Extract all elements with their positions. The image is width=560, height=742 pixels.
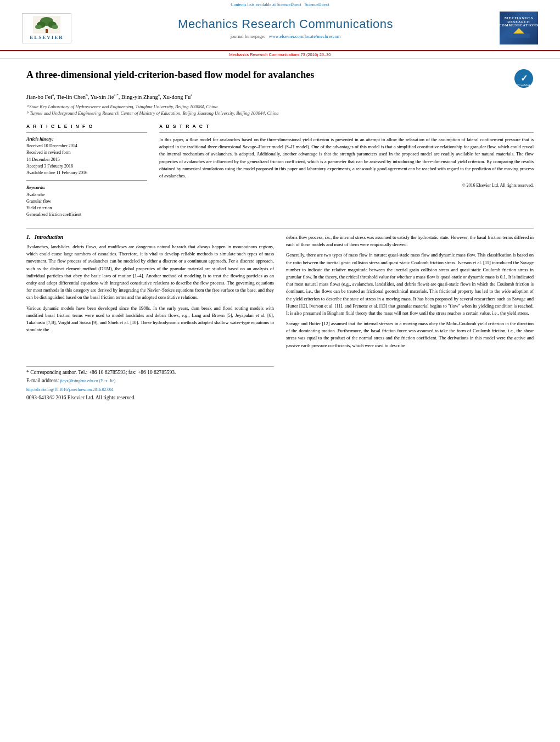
body-paragraph-1: Avalanches, landslides, debris flows, an… <box>26 243 274 301</box>
abstract-copyright: © 2016 Elsevier Ltd. All rights reserved… <box>159 183 534 188</box>
footnote-divider <box>26 366 274 367</box>
svg-rect-7 <box>508 34 530 38</box>
divider-1 <box>26 132 147 133</box>
footnotes-section: * Corresponding author. Tel.: +86 10 627… <box>26 366 274 401</box>
body-col-right: debris flow process, i.e., the internal … <box>286 234 534 403</box>
authors-line: Jian-bo Feia, Tie-lin Chenb, Yu-xin Jiea… <box>26 93 534 100</box>
keywords-label: Keywords: <box>26 185 147 190</box>
elsevier-tree-icon <box>33 16 60 34</box>
body-paragraph-2: Various dynamic models have been develop… <box>26 305 274 334</box>
doi-link[interactable]: http://dx.doi.org/10.1016/j.mechrescom.2… <box>26 387 113 392</box>
svg-point-5 <box>35 25 42 29</box>
section1-title: 1. Introduction <box>26 234 274 240</box>
journal-cover: MECHANICS RESEARCH COMMUNICATIONS <box>500 12 538 44</box>
svg-text:✓: ✓ <box>520 74 528 83</box>
history-received: Received 10 December 2014 <box>26 143 147 149</box>
journal-title: Mechanics Research Communications <box>71 17 500 31</box>
divider-2 <box>26 180 147 181</box>
journal-homepage: journal homepage: www.elsevier.com/locat… <box>71 34 500 39</box>
article-title-section: A three-dimensional yield-criterion-base… <box>26 69 534 88</box>
divider-3 <box>159 132 534 133</box>
cover-subtitle2: COMMUNICATIONS <box>499 24 539 27</box>
body-columns: 1. Introduction Avalanches, landslides, … <box>26 234 534 403</box>
elsevier-logo-text: ELSEVIER <box>30 35 64 40</box>
journal-header-inner: ELSEVIER Mechanics Research Communicatio… <box>22 8 538 47</box>
history-online: Available online 11 February 2016 <box>26 170 147 176</box>
footnote-issn: 0093-6413/© 2016 Elsevier Ltd. All right… <box>26 394 274 401</box>
section1-label: Introduction <box>35 234 63 240</box>
history-revised-label: Received in revised form <box>26 149 147 155</box>
cover-title: MECHANICS <box>505 16 534 20</box>
keyword-3: Yield criterion <box>26 205 147 211</box>
history-label: Article history: <box>26 136 147 142</box>
affiliation-a: ᵃ State Key Laboratory of Hydroscience a… <box>26 103 534 110</box>
footnote-doi: http://dx.doi.org/10.1016/j.mechrescom.2… <box>26 386 274 393</box>
article-title: A three-dimensional yield-criterion-base… <box>26 69 508 81</box>
sciencedirect-link[interactable]: ScienceDirect <box>305 2 329 7</box>
article-history: Article history: Received 10 December 20… <box>26 136 147 176</box>
svg-point-6 <box>52 25 58 29</box>
homepage-label: journal homepage: <box>231 34 266 39</box>
keyword-4: Generalized friction coefficient <box>26 211 147 218</box>
svg-marker-8 <box>513 28 524 34</box>
footnote-email: E-mail address: jieyx@tsinghua.edu.cn (Y… <box>26 377 274 384</box>
history-revised-date: 14 December 2015 <box>26 157 147 163</box>
svg-text:CrossMark: CrossMark <box>517 83 531 87</box>
journal-title-block: Mechanics Research Communications journa… <box>71 17 500 39</box>
history-accepted: Accepted 3 February 2016 <box>26 163 147 169</box>
keyword-1: Avalanche <box>26 192 147 198</box>
body-col2-paragraph-2: Generally, there are two types of mass f… <box>286 252 534 317</box>
abstract-text: In this paper, a flow model for avalanch… <box>159 136 534 180</box>
abstract-column: A B S T R A C T In this paper, a flow mo… <box>159 124 534 218</box>
article-info-column: A R T I C L E I N F O Article history: R… <box>26 124 147 218</box>
affiliation-b: ᵇ Tunnel and Underground Engineering Res… <box>26 110 534 117</box>
abstract-header: A B S T R A C T <box>159 124 534 129</box>
page: Contents lists available at ScienceDirec… <box>0 0 560 742</box>
cover-decoration <box>505 28 533 40</box>
elsevier-logo: ELSEVIER <box>22 13 71 43</box>
body-col2-paragraph-3: Savage and Hutter [12] assumed that the … <box>286 320 534 349</box>
main-content: A three-dimensional yield-criterion-base… <box>0 59 560 412</box>
footnote-corresponding: * Corresponding author. Tel.: +86 10 627… <box>26 369 274 376</box>
crossmark[interactable]: ✓ CrossMark <box>514 69 534 88</box>
email-label: E-mail address: <box>26 378 59 383</box>
svg-rect-4 <box>46 29 48 33</box>
info-abstract-columns: A R T I C L E I N F O Article history: R… <box>26 124 534 218</box>
homepage-link[interactable]: www.elsevier.com/locate/mechrescom <box>269 34 341 39</box>
article-info-header: A R T I C L E I N F O <box>26 124 147 129</box>
body-col2-paragraph-1: debris flow process, i.e., the internal … <box>286 234 534 248</box>
contents-link: Contents lists available at ScienceDirec… <box>231 2 301 7</box>
body-col-left: 1. Introduction Avalanches, landslides, … <box>26 234 274 403</box>
email-link[interactable]: jieyx@tsinghua.edu.cn (Y.-x. Jie). <box>60 378 116 383</box>
journal-header-top: Contents lists available at ScienceDirec… <box>22 0 538 8</box>
section1-number: 1. <box>26 234 31 240</box>
journal-header: Contents lists available at ScienceDirec… <box>0 0 560 51</box>
body-content: 1. Introduction Avalanches, landslides, … <box>26 228 534 403</box>
volume-info: Mechanics Research Communications 73 (20… <box>0 51 560 59</box>
affiliations: ᵃ State Key Laboratory of Hydroscience a… <box>26 103 534 118</box>
keyword-2: Granular flow <box>26 198 147 205</box>
keywords-section: Keywords: Avalanche Granular flow Yield … <box>26 185 147 218</box>
